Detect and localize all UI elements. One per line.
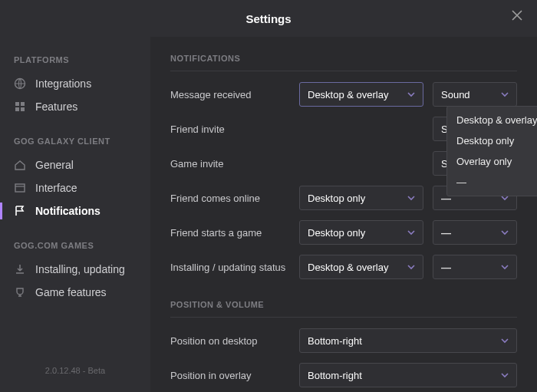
dropdown-option[interactable]: — — [447, 172, 537, 193]
sidebar-item-label: Notifications — [35, 205, 100, 217]
notification-row: Message received Desktop & overlay Sound — [170, 82, 517, 107]
select-value: Desktop & overlay — [308, 89, 389, 100]
row-label: Position on desktop — [170, 335, 299, 347]
sidebar-item-notifications[interactable]: Notifications — [0, 199, 150, 222]
svg-rect-2 — [21, 102, 25, 106]
layout-icon — [14, 182, 26, 194]
chevron-down-icon — [501, 229, 509, 236]
position-select[interactable]: Bottom-right — [299, 328, 517, 353]
content-pane: NOTIFICATIONS Message received Desktop &… — [150, 37, 537, 392]
sidebar-section-platforms: PLATFORMS — [0, 51, 150, 72]
titlebar: Settings — [0, 0, 537, 37]
trophy-icon — [14, 286, 26, 298]
select-value: Desktop only — [308, 227, 365, 239]
display-select[interactable]: Desktop only — [299, 186, 423, 210]
select-value: Desktop & overlay — [308, 262, 389, 273]
sidebar-section-games: GOG.COM GAMES — [0, 236, 150, 258]
chevron-down-icon — [407, 263, 415, 271]
chevron-down-icon — [407, 229, 415, 236]
sound-select[interactable]: — — [433, 255, 517, 279]
window-title: Settings — [245, 12, 291, 25]
display-dropdown: Desktop & overlay Desktop only Overlay o… — [446, 106, 537, 196]
chevron-down-icon — [501, 371, 509, 379]
section-heading-notifications: NOTIFICATIONS — [170, 54, 517, 63]
sidebar-item-interface[interactable]: Interface — [0, 176, 150, 199]
sidebar-item-integrations[interactable]: Integrations — [0, 72, 150, 95]
sidebar-item-label: Features — [35, 100, 77, 113]
dropdown-option[interactable]: Desktop only — [447, 130, 537, 151]
sidebar: PLATFORMS Integrations Features GOG GALA… — [0, 37, 150, 392]
close-button[interactable] — [511, 9, 526, 25]
display-select[interactable]: Desktop & overlay — [299, 255, 423, 279]
select-value: Bottom-right — [308, 335, 362, 347]
select-value: — — [441, 262, 451, 273]
sidebar-item-general[interactable]: General — [0, 153, 150, 176]
position-select[interactable]: Bottom-right — [299, 363, 517, 387]
position-row: Position in overlay Bottom-right — [170, 363, 517, 387]
grid-icon — [14, 100, 26, 113]
position-row: Position on desktop Bottom-right — [170, 328, 517, 353]
display-select[interactable]: Desktop & overlay — [299, 82, 423, 107]
select-value: — — [441, 227, 451, 239]
select-value: Desktop only — [308, 193, 365, 204]
row-label: Friend invite — [170, 124, 299, 135]
globe-icon — [14, 77, 26, 90]
display-select[interactable]: Desktop only — [299, 220, 423, 245]
row-label: Game invite — [170, 158, 299, 170]
chevron-down-icon — [501, 263, 509, 271]
sidebar-item-label: General — [35, 159, 74, 171]
row-label: Position in overlay — [170, 370, 299, 381]
flag-icon — [14, 205, 26, 217]
sound-select[interactable]: — — [433, 220, 517, 245]
row-label: Friend starts a game — [170, 227, 299, 239]
close-icon — [511, 9, 523, 21]
chevron-down-icon — [501, 91, 509, 98]
sidebar-item-label: Installing, updating — [35, 263, 125, 275]
sidebar-section-client: GOG GALAXY CLIENT — [0, 132, 150, 153]
chevron-down-icon — [407, 194, 415, 202]
sidebar-item-label: Integrations — [35, 77, 91, 90]
sound-select[interactable]: Sound — [433, 82, 517, 107]
dropdown-option[interactable]: Desktop & overlay — [447, 110, 537, 130]
chevron-down-icon — [501, 337, 509, 344]
row-label: Friend comes online — [170, 193, 299, 204]
svg-rect-4 — [21, 107, 25, 111]
sidebar-item-label: Interface — [35, 182, 77, 194]
section-heading-position: POSITION & VOLUME — [170, 300, 517, 309]
chevron-down-icon — [407, 91, 415, 98]
sidebar-item-installing[interactable]: Installing, updating — [0, 258, 150, 281]
notification-row: Friend starts a game Desktop only — — [170, 220, 517, 245]
sidebar-item-game-features[interactable]: Game features — [0, 281, 150, 304]
svg-rect-3 — [15, 107, 19, 111]
divider — [170, 317, 517, 318]
sidebar-item-label: Game features — [35, 286, 107, 298]
dropdown-option[interactable]: Overlay only — [447, 151, 537, 172]
select-value: Bottom-right — [308, 370, 362, 381]
svg-rect-1 — [15, 102, 19, 106]
svg-rect-5 — [15, 184, 25, 192]
home-icon — [14, 159, 26, 171]
row-label: Message received — [170, 89, 299, 100]
notification-row: Installing / updating status Desktop & o… — [170, 255, 517, 279]
row-label: Installing / updating status — [170, 262, 299, 273]
divider — [170, 71, 517, 71]
version-label: 2.0.12.48 - Beta — [0, 366, 150, 386]
select-value: Sound — [441, 89, 470, 100]
download-icon — [14, 263, 26, 275]
sidebar-item-features[interactable]: Features — [0, 95, 150, 118]
